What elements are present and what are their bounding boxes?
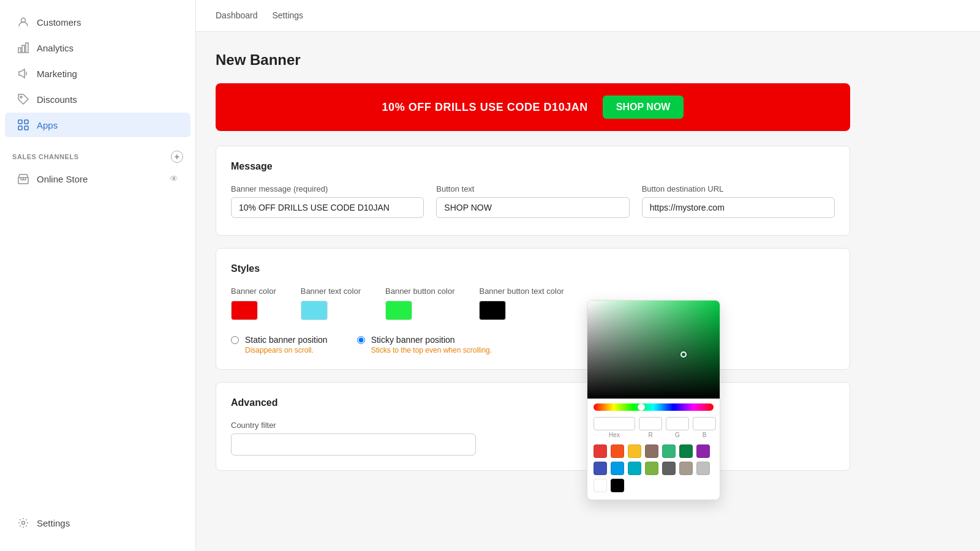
banner-text-color-swatch[interactable]	[301, 301, 328, 320]
g-input[interactable]: 255	[666, 417, 689, 430]
color-preset-swatch[interactable]	[628, 444, 641, 458]
banner-button-color-label: Banner button color	[385, 287, 454, 296]
sidebar-item-settings[interactable]: Settings	[5, 511, 190, 535]
button-dest-label: Button destination URL	[642, 184, 835, 193]
tab-settings[interactable]: Settings	[273, 1, 304, 31]
g-label: G	[675, 432, 680, 438]
color-cursor	[680, 351, 687, 358]
advanced-card: Advanced Country filter	[216, 382, 850, 471]
color-preset-swatch[interactable]	[645, 462, 658, 475]
message-card-title: Message	[231, 161, 835, 172]
message-card: Message Banner message (required) Button…	[216, 146, 850, 236]
sidebar-item-customers[interactable]: Customers	[5, 10, 190, 34]
chart-icon	[17, 42, 29, 54]
banner-color-group: Banner color	[231, 287, 276, 320]
banner-preview-text: 10% OFF DRILLS USE CODE D10JAN	[382, 101, 588, 114]
color-preset-swatch[interactable]	[594, 444, 607, 458]
color-preset-swatch[interactable]	[679, 462, 693, 475]
styles-card: Styles Banner color Banner text color Ba…	[216, 248, 850, 370]
banner-button-text-color-group: Banner button text color	[479, 287, 564, 320]
static-position-option: Static banner position Disappears on scr…	[231, 335, 328, 354]
color-preset-swatch[interactable]	[611, 444, 624, 458]
color-preset-swatch[interactable]	[645, 444, 658, 458]
add-sales-channel-button[interactable]: +	[171, 151, 183, 163]
color-picker-popup: 5AFF6C Hex 90 R 255 G 108 B	[587, 300, 720, 500]
svg-rect-8	[24, 126, 28, 130]
color-swatches-row: Banner color Banner text color Banner bu…	[231, 287, 835, 320]
sidebar-item-apps[interactable]: Apps	[5, 113, 190, 137]
banner-preview: 10% OFF DRILLS USE CODE D10JAN SHOP NOW	[216, 83, 850, 131]
color-preset-swatch[interactable]	[594, 462, 607, 475]
hex-label: Hex	[609, 432, 620, 438]
r-input[interactable]: 90	[639, 417, 662, 430]
banner-color-label: Banner color	[231, 287, 276, 296]
banner-preview-button[interactable]: SHOP NOW	[603, 96, 684, 119]
megaphone-icon	[17, 67, 29, 80]
banner-button-color-swatch[interactable]	[385, 301, 412, 320]
tab-dashboard[interactable]: Dashboard	[216, 1, 258, 31]
eye-icon: 👁	[170, 174, 178, 184]
banner-message-label: Banner message (required)	[231, 184, 424, 193]
sales-channels-header: SALES CHANNELS +	[0, 143, 195, 167]
hex-input-group: 5AFF6C Hex	[594, 417, 635, 438]
color-presets	[587, 442, 720, 495]
color-preset-swatch[interactable]	[628, 462, 641, 475]
color-preset-swatch[interactable]	[696, 444, 710, 458]
hex-input[interactable]: 5AFF6C	[594, 417, 635, 430]
sticky-position-radio[interactable]	[357, 336, 365, 344]
sticky-position-option: Sticky banner position Sticks to the top…	[357, 335, 492, 354]
sidebar-item-discounts[interactable]: Discounts	[5, 87, 190, 111]
button-text-group: Button text	[436, 184, 629, 218]
hue-bar-container	[587, 399, 720, 413]
sidebar-item-analytics[interactable]: Analytics	[5, 36, 190, 60]
tag-icon	[17, 93, 29, 105]
color-inputs-row: 5AFF6C Hex 90 R 255 G 108 B	[587, 413, 720, 442]
static-position-label: Static banner position	[245, 335, 328, 345]
banner-text-color-group: Banner text color	[301, 287, 361, 320]
svg-rect-5	[18, 120, 22, 124]
static-position-radio[interactable]	[231, 336, 239, 344]
svg-rect-6	[24, 120, 28, 124]
color-preset-swatch[interactable]	[679, 444, 693, 458]
sidebar-item-marketing[interactable]: Marketing	[5, 61, 190, 86]
top-navigation: Dashboard Settings	[196, 0, 980, 32]
hue-bar[interactable]	[594, 403, 714, 411]
button-dest-input[interactable]	[642, 197, 835, 218]
banner-message-input[interactable]	[231, 197, 424, 218]
button-text-input[interactable]	[436, 197, 629, 218]
color-preset-swatch[interactable]	[662, 462, 676, 475]
advanced-card-title: Advanced	[231, 397, 835, 408]
color-preset-swatch[interactable]	[696, 462, 710, 475]
r-label: R	[648, 432, 652, 438]
store-icon	[17, 173, 29, 185]
country-filter-input[interactable]	[231, 433, 476, 455]
banner-button-text-color-label: Banner button text color	[479, 287, 564, 296]
color-preset-swatch[interactable]	[611, 462, 624, 475]
sticky-position-desc: Sticks to the top even when scrolling.	[371, 346, 492, 354]
button-dest-group: Button destination URL	[642, 184, 835, 218]
styles-card-title: Styles	[231, 263, 835, 274]
gear-icon	[17, 517, 29, 529]
banner-button-color-group: Banner button color	[385, 287, 454, 320]
r-input-group: 90 R	[639, 417, 662, 438]
color-preset-swatch[interactable]	[594, 479, 607, 492]
g-input-group: 255 G	[666, 417, 689, 438]
b-input-group: 108 B	[693, 417, 716, 438]
b-input[interactable]: 108	[693, 417, 716, 430]
hue-thumb	[638, 403, 645, 411]
static-position-desc: Disappears on scroll.	[245, 346, 328, 354]
svg-rect-3	[26, 43, 28, 53]
country-filter-label: Country filter	[231, 421, 835, 430]
banner-color-swatch[interactable]	[231, 301, 258, 320]
page-body: New Banner 10% OFF DRILLS USE CODE D10JA…	[196, 32, 870, 503]
button-text-label: Button text	[436, 184, 629, 193]
sidebar-item-online-store[interactable]: Online Store 👁	[5, 167, 190, 191]
banner-message-group: Banner message (required)	[231, 184, 424, 218]
svg-point-4	[20, 96, 22, 98]
color-gradient-area[interactable]	[587, 301, 720, 399]
color-preset-swatch[interactable]	[662, 444, 676, 458]
color-preset-swatch[interactable]	[611, 479, 624, 492]
banner-text-color-label: Banner text color	[301, 287, 361, 296]
svg-rect-2	[22, 45, 24, 53]
banner-button-text-color-swatch[interactable]	[479, 301, 506, 320]
